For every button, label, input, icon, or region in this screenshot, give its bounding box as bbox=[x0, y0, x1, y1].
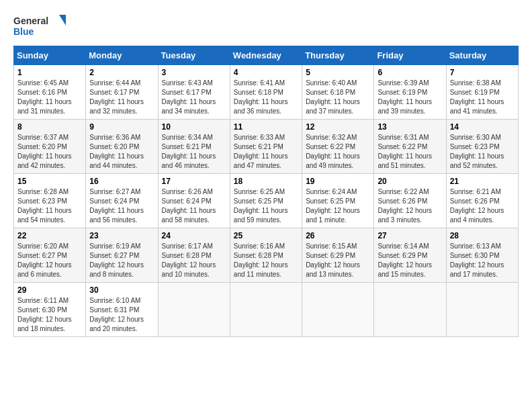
sunset-label: Sunset: 6:27 PM bbox=[89, 252, 139, 259]
day-header-thursday: Thursday bbox=[302, 46, 374, 65]
daylight-label: Daylight: 12 hours and 13 minutes. bbox=[306, 261, 360, 278]
sunset-label: Sunset: 6:16 PM bbox=[17, 89, 67, 96]
day-number: 23 bbox=[89, 231, 154, 240]
calendar-cell: 18 Sunrise: 6:25 AM Sunset: 6:25 PM Dayl… bbox=[230, 174, 302, 228]
day-number: 11 bbox=[234, 122, 298, 132]
daylight-label: Daylight: 11 hours and 42 minutes. bbox=[17, 152, 72, 169]
sunset-label: Sunset: 6:17 PM bbox=[89, 89, 139, 96]
daylight-label: Daylight: 11 hours and 41 minutes. bbox=[450, 98, 504, 115]
logo-svg: General Blue bbox=[13, 13, 67, 39]
sunset-label: Sunset: 6:20 PM bbox=[89, 143, 139, 150]
calendar-cell: 1 Sunrise: 6:45 AM Sunset: 6:16 PM Dayli… bbox=[14, 65, 86, 120]
day-number: 30 bbox=[89, 285, 154, 295]
day-number: 13 bbox=[378, 122, 442, 132]
header: General Blue bbox=[13, 13, 519, 39]
calendar-cell: 25 Sunrise: 6:16 AM Sunset: 6:28 PM Dayl… bbox=[230, 228, 302, 283]
sunrise-label: Sunrise: 6:33 AM bbox=[234, 134, 285, 141]
svg-marker-2 bbox=[59, 15, 66, 26]
daylight-label: Daylight: 11 hours and 31 minutes. bbox=[17, 98, 72, 115]
day-number: 1 bbox=[17, 68, 82, 77]
calendar-week-row: 29 Sunrise: 6:11 AM Sunset: 6:30 PM Dayl… bbox=[14, 283, 519, 337]
sunrise-label: Sunrise: 6:36 AM bbox=[89, 134, 140, 141]
calendar-cell: 4 Sunrise: 6:41 AM Sunset: 6:18 PM Dayli… bbox=[230, 65, 302, 120]
cell-content: Sunrise: 6:19 AM Sunset: 6:27 PM Dayligh… bbox=[89, 242, 154, 279]
daylight-label: Daylight: 12 hours and 3 minutes. bbox=[378, 207, 432, 224]
day-number: 10 bbox=[162, 122, 226, 132]
calendar-cell: 23 Sunrise: 6:19 AM Sunset: 6:27 PM Dayl… bbox=[86, 228, 158, 283]
sunset-label: Sunset: 6:23 PM bbox=[450, 143, 500, 150]
day-number: 24 bbox=[162, 231, 226, 240]
daylight-label: Daylight: 12 hours and 6 minutes. bbox=[17, 261, 72, 278]
sunrise-label: Sunrise: 6:16 AM bbox=[234, 242, 285, 250]
sunset-label: Sunset: 6:29 PM bbox=[378, 252, 427, 259]
day-number: 28 bbox=[450, 231, 515, 240]
day-number: 15 bbox=[17, 177, 82, 186]
daylight-label: Daylight: 11 hours and 59 minutes. bbox=[234, 207, 288, 224]
sunset-label: Sunset: 6:24 PM bbox=[162, 197, 212, 205]
day-header-tuesday: Tuesday bbox=[158, 46, 230, 65]
daylight-label: Daylight: 12 hours and 8 minutes. bbox=[89, 261, 144, 278]
daylight-label: Daylight: 12 hours and 11 minutes. bbox=[234, 261, 288, 278]
calendar-cell: 7 Sunrise: 6:38 AM Sunset: 6:19 PM Dayli… bbox=[446, 65, 518, 120]
cell-content: Sunrise: 6:27 AM Sunset: 6:24 PM Dayligh… bbox=[89, 187, 154, 225]
day-number: 14 bbox=[450, 122, 515, 132]
cell-content: Sunrise: 6:28 AM Sunset: 6:23 PM Dayligh… bbox=[17, 187, 82, 225]
day-number: 3 bbox=[162, 68, 226, 77]
cell-content: Sunrise: 6:41 AM Sunset: 6:18 PM Dayligh… bbox=[234, 79, 298, 116]
sunset-label: Sunset: 6:25 PM bbox=[234, 197, 283, 205]
calendar-cell: 14 Sunrise: 6:30 AM Sunset: 6:23 PM Dayl… bbox=[446, 120, 518, 174]
sunset-label: Sunset: 6:21 PM bbox=[234, 143, 283, 150]
cell-content: Sunrise: 6:34 AM Sunset: 6:21 PM Dayligh… bbox=[162, 133, 226, 171]
sunset-label: Sunset: 6:28 PM bbox=[234, 252, 283, 259]
sunset-label: Sunset: 6:25 PM bbox=[306, 197, 355, 205]
sunrise-label: Sunrise: 6:13 AM bbox=[450, 242, 501, 250]
calendar-cell: 26 Sunrise: 6:15 AM Sunset: 6:29 PM Dayl… bbox=[302, 228, 374, 283]
calendar-week-row: 1 Sunrise: 6:45 AM Sunset: 6:16 PM Dayli… bbox=[14, 65, 519, 120]
calendar-cell: 9 Sunrise: 6:36 AM Sunset: 6:20 PM Dayli… bbox=[86, 120, 158, 174]
cell-content: Sunrise: 6:21 AM Sunset: 6:26 PM Dayligh… bbox=[450, 187, 515, 225]
calendar-cell: 30 Sunrise: 6:10 AM Sunset: 6:31 PM Dayl… bbox=[86, 283, 158, 337]
calendar-cell bbox=[302, 283, 374, 337]
calendar-header-row: SundayMondayTuesdayWednesdayThursdayFrid… bbox=[14, 46, 519, 65]
calendar-cell: 2 Sunrise: 6:44 AM Sunset: 6:17 PM Dayli… bbox=[86, 65, 158, 120]
cell-content: Sunrise: 6:11 AM Sunset: 6:30 PM Dayligh… bbox=[17, 296, 82, 334]
calendar-week-row: 22 Sunrise: 6:20 AM Sunset: 6:27 PM Dayl… bbox=[14, 228, 519, 283]
cell-content: Sunrise: 6:13 AM Sunset: 6:30 PM Dayligh… bbox=[450, 242, 515, 279]
sunset-label: Sunset: 6:23 PM bbox=[17, 197, 67, 205]
sunrise-label: Sunrise: 6:11 AM bbox=[17, 297, 69, 304]
sunrise-label: Sunrise: 6:27 AM bbox=[89, 188, 140, 195]
daylight-label: Daylight: 11 hours and 49 minutes. bbox=[306, 152, 360, 169]
day-number: 21 bbox=[450, 177, 515, 186]
sunset-label: Sunset: 6:18 PM bbox=[306, 89, 355, 96]
calendar-cell: 27 Sunrise: 6:14 AM Sunset: 6:29 PM Dayl… bbox=[374, 228, 446, 283]
sunrise-label: Sunrise: 6:43 AM bbox=[162, 79, 213, 87]
calendar-cell: 17 Sunrise: 6:26 AM Sunset: 6:24 PM Dayl… bbox=[158, 174, 230, 228]
sunrise-label: Sunrise: 6:32 AM bbox=[306, 134, 357, 141]
svg-text:Blue: Blue bbox=[13, 26, 34, 37]
sunset-label: Sunset: 6:30 PM bbox=[17, 306, 67, 314]
daylight-label: Daylight: 12 hours and 10 minutes. bbox=[162, 261, 216, 278]
cell-content: Sunrise: 6:14 AM Sunset: 6:29 PM Dayligh… bbox=[378, 242, 442, 279]
cell-content: Sunrise: 6:38 AM Sunset: 6:19 PM Dayligh… bbox=[450, 79, 515, 116]
calendar-table: SundayMondayTuesdayWednesdayThursdayFrid… bbox=[13, 46, 519, 337]
cell-content: Sunrise: 6:25 AM Sunset: 6:25 PM Dayligh… bbox=[234, 187, 298, 225]
sunrise-label: Sunrise: 6:15 AM bbox=[306, 242, 357, 250]
daylight-label: Daylight: 11 hours and 56 minutes. bbox=[89, 207, 144, 224]
calendar-week-row: 15 Sunrise: 6:28 AM Sunset: 6:23 PM Dayl… bbox=[14, 174, 519, 228]
daylight-label: Daylight: 11 hours and 37 minutes. bbox=[306, 98, 360, 115]
calendar-cell: 3 Sunrise: 6:43 AM Sunset: 6:17 PM Dayli… bbox=[158, 65, 230, 120]
sunset-label: Sunset: 6:26 PM bbox=[450, 197, 500, 205]
sunset-label: Sunset: 6:31 PM bbox=[89, 306, 139, 314]
cell-content: Sunrise: 6:44 AM Sunset: 6:17 PM Dayligh… bbox=[89, 79, 154, 116]
calendar-cell: 12 Sunrise: 6:32 AM Sunset: 6:22 PM Dayl… bbox=[302, 120, 374, 174]
day-number: 9 bbox=[89, 122, 154, 132]
daylight-label: Daylight: 11 hours and 52 minutes. bbox=[450, 152, 504, 169]
day-number: 5 bbox=[306, 68, 370, 77]
cell-content: Sunrise: 6:36 AM Sunset: 6:20 PM Dayligh… bbox=[89, 133, 154, 171]
day-header-friday: Friday bbox=[374, 46, 446, 65]
sunset-label: Sunset: 6:20 PM bbox=[17, 143, 67, 150]
svg-text:General: General bbox=[13, 15, 48, 26]
sunrise-label: Sunrise: 6:22 AM bbox=[378, 188, 429, 195]
calendar-cell bbox=[446, 283, 518, 337]
sunset-label: Sunset: 6:24 PM bbox=[89, 197, 139, 205]
